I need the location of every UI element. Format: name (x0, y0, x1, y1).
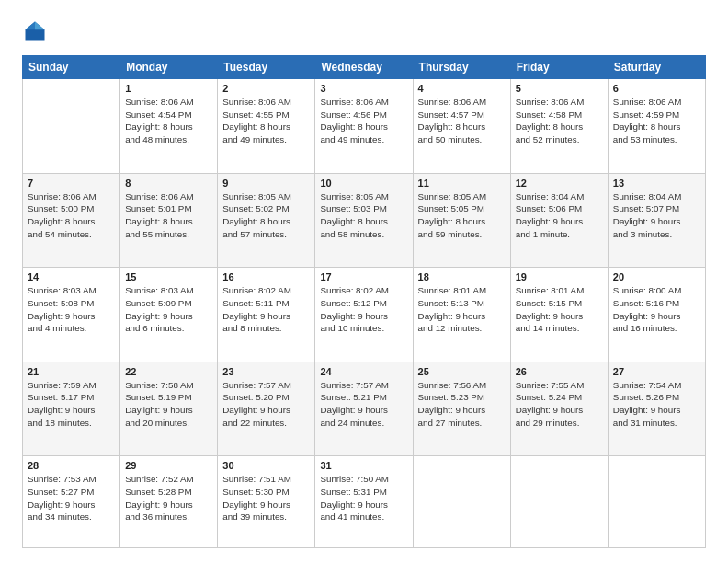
day-info: Sunrise: 7:54 AM Sunset: 5:26 PM Dayligh… (613, 379, 700, 430)
calendar-cell: 7Sunrise: 8:06 AM Sunset: 5:00 PM Daylig… (23, 173, 120, 268)
calendar-cell: 27Sunrise: 7:54 AM Sunset: 5:26 PM Dayli… (608, 362, 705, 456)
calendar-cell: 10Sunrise: 8:05 AM Sunset: 5:03 PM Dayli… (315, 173, 413, 268)
weekday-header-row: SundayMondayTuesdayWednesdayThursdayFrid… (23, 56, 706, 79)
week-row-4: 21Sunrise: 7:59 AM Sunset: 5:17 PM Dayli… (23, 362, 706, 456)
day-info: Sunrise: 8:03 AM Sunset: 5:09 PM Dayligh… (125, 284, 212, 335)
calendar-cell: 3Sunrise: 8:06 AM Sunset: 4:56 PM Daylig… (315, 79, 413, 174)
logo (22, 18, 53, 44)
calendar-cell: 26Sunrise: 7:55 AM Sunset: 5:24 PM Dayli… (510, 362, 608, 456)
day-info: Sunrise: 8:01 AM Sunset: 5:15 PM Dayligh… (516, 284, 603, 335)
day-number: 29 (125, 460, 212, 471)
day-number: 30 (222, 460, 310, 471)
day-number: 20 (613, 271, 700, 282)
calendar-cell: 21Sunrise: 7:59 AM Sunset: 5:17 PM Dayli… (23, 362, 120, 456)
calendar-cell: 13Sunrise: 8:04 AM Sunset: 5:07 PM Dayli… (608, 173, 705, 268)
header (22, 18, 706, 44)
day-number: 23 (222, 366, 310, 377)
day-info: Sunrise: 8:06 AM Sunset: 4:59 PM Dayligh… (613, 96, 700, 146)
calendar-cell (23, 79, 120, 174)
weekday-header-sunday: Sunday (23, 56, 120, 79)
calendar-cell: 9Sunrise: 8:05 AM Sunset: 5:02 PM Daylig… (218, 173, 315, 268)
calendar-cell: 28Sunrise: 7:53 AM Sunset: 5:27 PM Dayli… (23, 456, 120, 548)
day-number: 9 (222, 178, 310, 189)
day-info: Sunrise: 8:01 AM Sunset: 5:13 PM Dayligh… (418, 284, 506, 335)
day-info: Sunrise: 8:05 AM Sunset: 5:02 PM Dayligh… (222, 190, 310, 241)
day-number: 5 (516, 83, 603, 94)
week-row-3: 14Sunrise: 8:03 AM Sunset: 5:08 PM Dayli… (23, 268, 706, 362)
calendar-cell: 11Sunrise: 8:05 AM Sunset: 5:05 PM Dayli… (413, 173, 510, 268)
day-info: Sunrise: 7:56 AM Sunset: 5:23 PM Dayligh… (418, 379, 506, 430)
day-info: Sunrise: 8:06 AM Sunset: 4:57 PM Dayligh… (418, 96, 506, 146)
day-number: 26 (516, 366, 603, 377)
week-row-5: 28Sunrise: 7:53 AM Sunset: 5:27 PM Dayli… (23, 456, 706, 548)
calendar-cell: 31Sunrise: 7:50 AM Sunset: 5:31 PM Dayli… (315, 456, 413, 548)
calendar-cell: 6Sunrise: 8:06 AM Sunset: 4:59 PM Daylig… (608, 79, 705, 174)
calendar-cell: 5Sunrise: 8:06 AM Sunset: 4:58 PM Daylig… (510, 79, 608, 174)
day-info: Sunrise: 8:04 AM Sunset: 5:07 PM Dayligh… (613, 190, 700, 241)
day-info: Sunrise: 7:57 AM Sunset: 5:20 PM Dayligh… (222, 379, 310, 430)
day-info: Sunrise: 8:06 AM Sunset: 4:56 PM Dayligh… (320, 96, 407, 146)
day-number: 19 (516, 271, 603, 282)
calendar-cell: 14Sunrise: 8:03 AM Sunset: 5:08 PM Dayli… (23, 268, 120, 362)
calendar-cell (510, 456, 608, 548)
day-number: 27 (613, 366, 700, 377)
day-number: 11 (418, 178, 506, 189)
day-number: 6 (613, 83, 700, 94)
weekday-header-monday: Monday (120, 56, 218, 79)
day-info: Sunrise: 7:53 AM Sunset: 5:27 PM Dayligh… (28, 473, 115, 523)
weekday-header-friday: Friday (510, 56, 608, 79)
day-number: 18 (418, 271, 506, 282)
calendar-cell: 2Sunrise: 8:06 AM Sunset: 4:55 PM Daylig… (218, 79, 315, 174)
day-number: 1 (125, 83, 212, 94)
calendar-cell: 15Sunrise: 8:03 AM Sunset: 5:09 PM Dayli… (120, 268, 218, 362)
weekday-header-thursday: Thursday (413, 56, 510, 79)
day-info: Sunrise: 8:02 AM Sunset: 5:11 PM Dayligh… (222, 284, 310, 335)
day-info: Sunrise: 7:50 AM Sunset: 5:31 PM Dayligh… (320, 473, 407, 523)
day-number: 12 (516, 178, 603, 189)
day-info: Sunrise: 8:06 AM Sunset: 5:00 PM Dayligh… (28, 190, 115, 241)
calendar-cell: 22Sunrise: 7:58 AM Sunset: 5:19 PM Dayli… (120, 362, 218, 456)
calendar-cell: 19Sunrise: 8:01 AM Sunset: 5:15 PM Dayli… (510, 268, 608, 362)
calendar-cell: 16Sunrise: 8:02 AM Sunset: 5:11 PM Dayli… (218, 268, 315, 362)
logo-icon (22, 18, 48, 44)
day-info: Sunrise: 8:06 AM Sunset: 4:55 PM Dayligh… (222, 96, 310, 146)
day-number: 4 (418, 83, 506, 94)
day-number: 13 (613, 178, 700, 189)
day-info: Sunrise: 8:05 AM Sunset: 5:05 PM Dayligh… (418, 190, 506, 241)
calendar-cell: 24Sunrise: 7:57 AM Sunset: 5:21 PM Dayli… (315, 362, 413, 456)
calendar-cell: 23Sunrise: 7:57 AM Sunset: 5:20 PM Dayli… (218, 362, 315, 456)
day-number: 2 (222, 83, 310, 94)
day-number: 7 (28, 178, 115, 189)
day-number: 31 (320, 460, 407, 471)
calendar-cell (608, 456, 705, 548)
day-number: 14 (28, 271, 115, 282)
calendar-cell (413, 456, 510, 548)
day-info: Sunrise: 8:04 AM Sunset: 5:06 PM Dayligh… (516, 190, 603, 241)
day-info: Sunrise: 7:57 AM Sunset: 5:21 PM Dayligh… (320, 379, 407, 430)
day-info: Sunrise: 8:06 AM Sunset: 4:58 PM Dayligh… (516, 96, 603, 146)
weekday-header-tuesday: Tuesday (218, 56, 315, 79)
day-info: Sunrise: 8:06 AM Sunset: 4:54 PM Dayligh… (125, 96, 212, 146)
day-number: 8 (125, 178, 212, 189)
day-info: Sunrise: 8:00 AM Sunset: 5:16 PM Dayligh… (613, 284, 700, 335)
calendar-cell: 17Sunrise: 8:02 AM Sunset: 5:12 PM Dayli… (315, 268, 413, 362)
week-row-2: 7Sunrise: 8:06 AM Sunset: 5:00 PM Daylig… (23, 173, 706, 268)
day-number: 28 (28, 460, 115, 471)
calendar-cell: 30Sunrise: 7:51 AM Sunset: 5:30 PM Dayli… (218, 456, 315, 548)
day-info: Sunrise: 7:52 AM Sunset: 5:28 PM Dayligh… (125, 473, 212, 523)
calendar-cell: 8Sunrise: 8:06 AM Sunset: 5:01 PM Daylig… (120, 173, 218, 268)
calendar-page: SundayMondayTuesdayWednesdayThursdayFrid… (0, 0, 728, 563)
day-number: 22 (125, 366, 212, 377)
calendar-cell: 29Sunrise: 7:52 AM Sunset: 5:28 PM Dayli… (120, 456, 218, 548)
day-info: Sunrise: 7:55 AM Sunset: 5:24 PM Dayligh… (516, 379, 603, 430)
day-number: 17 (320, 271, 407, 282)
weekday-header-saturday: Saturday (608, 56, 705, 79)
day-number: 10 (320, 178, 407, 189)
calendar-cell: 20Sunrise: 8:00 AM Sunset: 5:16 PM Dayli… (608, 268, 705, 362)
day-info: Sunrise: 7:59 AM Sunset: 5:17 PM Dayligh… (28, 379, 115, 430)
day-info: Sunrise: 8:03 AM Sunset: 5:08 PM Dayligh… (28, 284, 115, 335)
day-info: Sunrise: 7:58 AM Sunset: 5:19 PM Dayligh… (125, 379, 212, 430)
day-number: 24 (320, 366, 407, 377)
day-info: Sunrise: 8:06 AM Sunset: 5:01 PM Dayligh… (125, 190, 212, 241)
svg-marker-1 (35, 22, 45, 30)
